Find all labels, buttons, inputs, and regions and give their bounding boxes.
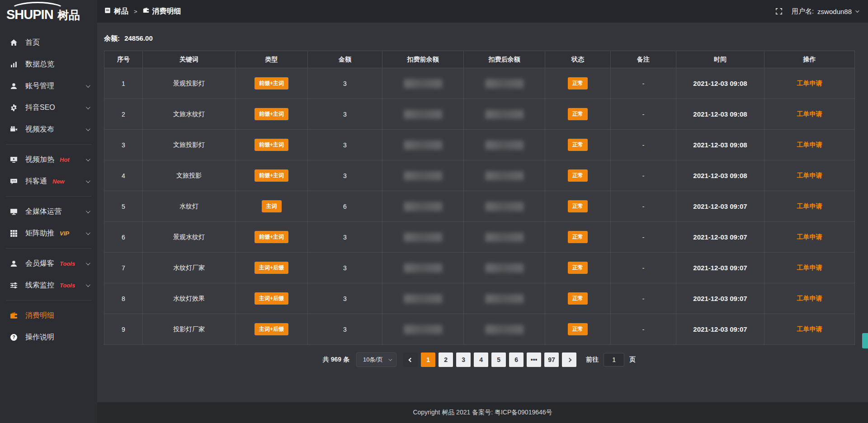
logo-text-en: SHUPIN	[6, 7, 53, 22]
pagination-total: 共 969 条	[323, 356, 349, 364]
sidebar-item-2[interactable]: 账号管理	[0, 75, 97, 97]
balance-value: 24856.00	[124, 34, 153, 42]
svg-text:?: ?	[12, 335, 15, 340]
cell-amount: 3	[308, 68, 382, 99]
cell-time: 2021-12-03 09:07	[676, 283, 764, 314]
cell-keyword: 文旅水纹灯	[143, 99, 236, 130]
page-button-4[interactable]: 4	[474, 352, 488, 367]
sidebar-item-label: 全媒体运营	[25, 207, 61, 216]
username-value: zswodun88	[817, 8, 852, 15]
work-order-link[interactable]: 工单申请	[797, 233, 822, 240]
consumption-table: 序号关键词类型金额扣费前余额扣费后余额状态备注时间操作 1景观投影灯前缀+主词3…	[104, 51, 855, 345]
chevron-down-icon	[388, 357, 392, 361]
page-button-97[interactable]: 97	[544, 352, 559, 367]
member-icon	[10, 260, 19, 268]
cell-type: 主词+后缀	[236, 314, 308, 345]
cell-index: 9	[104, 314, 143, 345]
grid-icon	[10, 230, 19, 237]
type-badge: 前缀+主词	[255, 169, 288, 182]
page-size-select[interactable]: 10条/页	[356, 352, 396, 367]
video-icon	[10, 126, 19, 133]
chevron-down-icon	[86, 230, 90, 235]
type-badge: 前缀+主词	[255, 139, 288, 151]
page-button-6[interactable]: 6	[509, 352, 524, 367]
work-order-link[interactable]: 工单申请	[797, 80, 822, 87]
cell-keyword: 文旅投影	[143, 160, 236, 191]
cell-type: 前缀+主词	[236, 222, 308, 253]
type-badge: 主词+后缀	[255, 292, 288, 305]
pagination: 共 969 条 10条/页 123456•••97 前往 页	[104, 352, 854, 367]
column-header: 时间	[676, 51, 764, 68]
table-row: 8水纹灯效果主词+后缀3正常-2021-12-03 09:07工单申请	[104, 283, 855, 314]
work-order-link[interactable]: 工单申请	[797, 110, 822, 118]
cell-remark: -	[611, 68, 676, 99]
redacted-value	[404, 202, 442, 211]
sidebar-item-4[interactable]: 视频发布	[0, 118, 97, 140]
cell-time: 2021-12-03 09:08	[676, 99, 764, 130]
work-order-link[interactable]: 工单申请	[797, 141, 822, 148]
floating-widget[interactable]	[862, 333, 868, 348]
cell-index: 5	[104, 191, 143, 222]
redacted-value	[486, 202, 524, 211]
prev-page-button[interactable]	[403, 352, 418, 367]
table-row: 1景观投影灯前缀+主词3正常-2021-12-03 09:08工单申请	[104, 68, 855, 99]
cell-pre-balance	[382, 283, 464, 314]
sidebar-divider	[6, 144, 91, 145]
user-menu[interactable]: 用户名: zswodun88	[792, 7, 858, 16]
cell-post-balance	[464, 314, 545, 345]
work-order-link[interactable]: 工单申请	[797, 264, 822, 271]
page-button-3[interactable]: 3	[456, 352, 471, 367]
balance: 余额: 24856.00	[104, 34, 861, 43]
sidebar-item-12[interactable]: 会员爆客Tools	[0, 253, 97, 274]
cell-status: 正常	[545, 99, 611, 130]
table-row: 9投影灯厂家主词+后缀3正常-2021-12-03 09:07工单申请	[104, 314, 855, 345]
sidebar-item-0[interactable]: 首页	[0, 32, 97, 53]
sidebar: SHUPIN 树品 首页数据总览账号管理抖音SEO视频发布视频加热Hot抖客通N…	[0, 0, 97, 423]
page-button-2[interactable]: 2	[439, 352, 453, 367]
sidebar-item-3[interactable]: 抖音SEO	[0, 97, 97, 118]
cell-post-balance	[464, 222, 545, 253]
cell-type: 前缀+主词	[236, 160, 308, 191]
logo-text-cn: 树品	[57, 9, 80, 21]
cell-amount: 3	[308, 160, 382, 191]
breadcrumb-item-current[interactable]: 消费明细	[143, 7, 181, 16]
chevron-right-icon	[567, 357, 571, 362]
home-icon	[10, 39, 19, 47]
sidebar-item-13[interactable]: 线索监控Tools	[0, 274, 97, 296]
sidebar-item-6[interactable]: 视频加热Hot	[0, 149, 97, 170]
next-page-button[interactable]	[562, 352, 576, 367]
cell-index: 6	[104, 222, 143, 253]
breadcrumb-item-home[interactable]: 树品	[104, 7, 128, 16]
page-ellipsis-button[interactable]: •••	[527, 352, 541, 367]
sidebar-item-15[interactable]: 消费明细	[0, 305, 97, 326]
page-button-5[interactable]: 5	[491, 352, 506, 367]
chevron-left-icon	[408, 357, 413, 362]
content-column: 树品 > 消费明细 用户名: zswodun88 余额: 24	[97, 0, 868, 423]
table-row: 5水纹灯主词6正常-2021-12-03 09:07工单申请	[104, 191, 855, 222]
fullscreen-icon[interactable]	[775, 8, 783, 15]
sidebar-item-label: 视频发布	[25, 125, 54, 134]
type-badge: 前缀+主词	[255, 77, 288, 89]
cell-type: 主词	[236, 191, 308, 222]
status-badge: 正常	[568, 200, 588, 212]
work-order-link[interactable]: 工单申请	[797, 295, 822, 302]
cell-pre-balance	[382, 68, 464, 99]
column-header: 扣费后余额	[464, 51, 545, 68]
work-order-link[interactable]: 工单申请	[797, 202, 822, 210]
cell-amount: 6	[308, 191, 382, 222]
sidebar-item-label: 数据总览	[25, 60, 54, 69]
screen-play-icon	[10, 156, 19, 164]
redacted-value	[486, 79, 524, 88]
sidebar-item-10[interactable]: 矩阵助推VIP	[0, 222, 97, 244]
goto-page-input[interactable]	[604, 353, 624, 367]
cell-pre-balance	[382, 314, 464, 345]
sidebar-item-9[interactable]: 全媒体运营	[0, 201, 97, 222]
sidebar-item-1[interactable]: 数据总览	[0, 53, 97, 75]
work-order-link[interactable]: 工单申请	[797, 172, 822, 179]
column-header: 序号	[104, 51, 143, 68]
work-order-link[interactable]: 工单申请	[797, 325, 822, 333]
sidebar-item-16[interactable]: ?操作说明	[0, 326, 97, 348]
cell-remark: -	[611, 130, 676, 160]
page-button-1[interactable]: 1	[421, 352, 435, 367]
sidebar-item-7[interactable]: 抖客通New	[0, 170, 97, 192]
